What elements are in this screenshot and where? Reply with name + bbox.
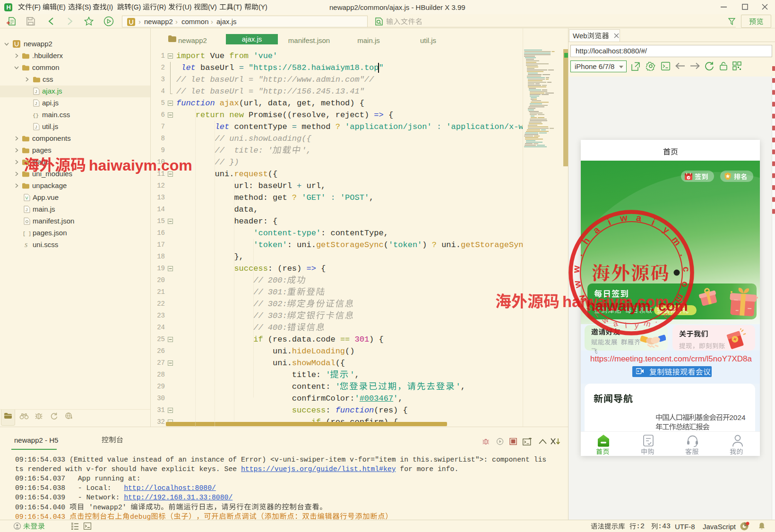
svg-text:J: J xyxy=(35,101,37,106)
svg-text:[ ]: [ ] xyxy=(23,232,31,237)
svg-text:V: V xyxy=(26,196,28,200)
svg-text:J: J xyxy=(35,89,37,94)
svg-text:J: J xyxy=(26,207,28,212)
svg-text:{}: {} xyxy=(33,113,39,119)
svg-text:S: S xyxy=(25,242,27,249)
svg-text:J: J xyxy=(35,125,37,129)
